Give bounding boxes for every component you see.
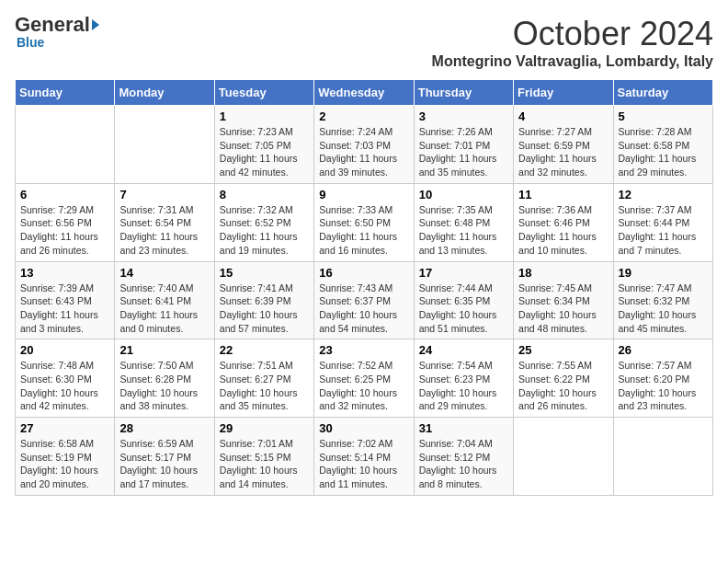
calendar-week-row: 13Sunrise: 7:39 AMSunset: 6:43 PMDayligh… [16, 261, 713, 339]
day-info: Sunrise: 7:57 AMSunset: 6:20 PMDaylight:… [619, 359, 708, 413]
calendar-cell: 30Sunrise: 7:02 AMSunset: 5:14 PMDayligh… [314, 418, 414, 496]
calendar-cell: 24Sunrise: 7:54 AMSunset: 6:23 PMDayligh… [414, 339, 513, 418]
day-info: Sunrise: 7:55 AMSunset: 6:22 PMDaylight:… [518, 359, 608, 413]
day-number: 8 [220, 188, 309, 201]
day-number: 2 [319, 109, 408, 123]
calendar-week-row: 6Sunrise: 7:29 AMSunset: 6:56 PMDaylight… [16, 183, 713, 261]
day-number: 27 [20, 421, 109, 435]
calendar-cell: 14Sunrise: 7:40 AMSunset: 6:41 PMDayligh… [115, 261, 214, 339]
calendar-cell: 17Sunrise: 7:44 AMSunset: 6:35 PMDayligh… [414, 261, 513, 339]
day-number: 21 [119, 343, 209, 357]
day-number: 4 [518, 109, 608, 123]
calendar-week-row: 1Sunrise: 7:23 AMSunset: 7:05 PMDaylight… [16, 106, 713, 184]
day-info: Sunrise: 7:24 AMSunset: 7:03 PMDaylight:… [319, 125, 408, 179]
logo-general: General [15, 15, 90, 35]
calendar-week-row: 20Sunrise: 7:48 AMSunset: 6:30 PMDayligh… [16, 339, 713, 418]
day-info: Sunrise: 7:04 AMSunset: 5:12 PMDaylight:… [419, 437, 508, 491]
day-number: 22 [220, 343, 309, 357]
weekday-header-cell: Thursday [414, 80, 513, 106]
calendar-cell: 27Sunrise: 6:58 AMSunset: 5:19 PMDayligh… [16, 418, 115, 496]
day-number: 25 [518, 343, 608, 357]
day-number: 1 [220, 109, 309, 123]
day-info: Sunrise: 7:44 AMSunset: 6:35 PMDaylight:… [419, 282, 508, 336]
calendar-cell: 23Sunrise: 7:52 AMSunset: 6:25 PMDayligh… [314, 339, 414, 418]
day-info: Sunrise: 7:48 AMSunset: 6:30 PMDaylight:… [20, 359, 109, 413]
day-info: Sunrise: 7:31 AMSunset: 6:54 PMDaylight:… [119, 203, 209, 258]
day-number: 24 [419, 343, 508, 357]
day-number: 16 [319, 266, 408, 280]
day-number: 28 [119, 421, 209, 435]
logo-blue-text: Blue [17, 35, 44, 50]
day-number: 9 [319, 188, 408, 201]
calendar-cell: 15Sunrise: 7:41 AMSunset: 6:39 PMDayligh… [214, 261, 313, 339]
day-info: Sunrise: 7:26 AMSunset: 7:01 PMDaylight:… [419, 125, 508, 179]
day-info: Sunrise: 7:35 AMSunset: 6:48 PMDaylight:… [419, 203, 508, 258]
calendar-cell: 7Sunrise: 7:31 AMSunset: 6:54 PMDaylight… [115, 183, 214, 261]
calendar-cell: 26Sunrise: 7:57 AMSunset: 6:20 PMDayligh… [613, 339, 712, 418]
calendar-cell: 21Sunrise: 7:50 AMSunset: 6:28 PMDayligh… [115, 339, 214, 418]
day-info: Sunrise: 7:37 AMSunset: 6:44 PMDaylight:… [619, 203, 708, 258]
calendar-body: 1Sunrise: 7:23 AMSunset: 7:05 PMDaylight… [16, 106, 713, 496]
calendar-cell: 31Sunrise: 7:04 AMSunset: 5:12 PMDayligh… [414, 418, 513, 496]
day-info: Sunrise: 7:40 AMSunset: 6:41 PMDaylight:… [119, 282, 209, 336]
weekday-header-cell: Sunday [16, 80, 115, 106]
calendar-cell: 22Sunrise: 7:51 AMSunset: 6:27 PMDayligh… [214, 339, 313, 418]
day-number: 5 [619, 109, 708, 123]
calendar-cell: 9Sunrise: 7:33 AMSunset: 6:50 PMDaylight… [314, 183, 414, 261]
day-info: Sunrise: 7:36 AMSunset: 6:46 PMDaylight:… [518, 203, 608, 258]
day-info: Sunrise: 7:32 AMSunset: 6:52 PMDaylight:… [220, 203, 309, 258]
day-info: Sunrise: 7:52 AMSunset: 6:25 PMDaylight:… [319, 359, 408, 413]
day-info: Sunrise: 7:23 AMSunset: 7:05 PMDaylight:… [220, 125, 309, 179]
calendar-cell: 8Sunrise: 7:32 AMSunset: 6:52 PMDaylight… [214, 183, 313, 261]
calendar-cell: 11Sunrise: 7:36 AMSunset: 6:46 PMDayligh… [514, 183, 613, 261]
day-number: 3 [419, 109, 508, 123]
calendar-cell: 20Sunrise: 7:48 AMSunset: 6:30 PMDayligh… [16, 339, 115, 418]
day-number: 12 [619, 188, 708, 201]
day-number: 31 [419, 421, 508, 435]
day-info: Sunrise: 7:39 AMSunset: 6:43 PMDaylight:… [20, 282, 109, 336]
weekday-header-cell: Saturday [613, 80, 712, 106]
calendar-cell: 28Sunrise: 6:59 AMSunset: 5:17 PMDayligh… [115, 418, 214, 496]
day-number: 19 [619, 266, 708, 280]
calendar-cell: 13Sunrise: 7:39 AMSunset: 6:43 PMDayligh… [16, 261, 115, 339]
day-number: 7 [119, 188, 209, 201]
calendar-cell: 16Sunrise: 7:43 AMSunset: 6:37 PMDayligh… [314, 261, 414, 339]
weekday-header-cell: Monday [115, 80, 214, 106]
day-number: 23 [319, 343, 408, 357]
calendar-cell [514, 418, 613, 496]
day-info: Sunrise: 6:58 AMSunset: 5:19 PMDaylight:… [20, 437, 109, 491]
page-header: General Blue October 2024 Montegrino Val… [15, 15, 713, 70]
logo-arrow-icon [92, 19, 99, 30]
day-info: Sunrise: 7:01 AMSunset: 5:15 PMDaylight:… [220, 437, 309, 491]
day-info: Sunrise: 7:33 AMSunset: 6:50 PMDaylight:… [319, 203, 408, 258]
day-number: 15 [220, 266, 309, 280]
day-number: 14 [119, 266, 209, 280]
calendar-week-row: 27Sunrise: 6:58 AMSunset: 5:19 PMDayligh… [16, 418, 713, 496]
day-number: 30 [319, 421, 408, 435]
day-number: 17 [419, 266, 508, 280]
location-title: Montegrino Valtravaglia, Lombardy, Italy [432, 53, 713, 70]
calendar-table: SundayMondayTuesdayWednesdayThursdayFrid… [15, 79, 713, 496]
calendar-cell: 3Sunrise: 7:26 AMSunset: 7:01 PMDaylight… [414, 106, 513, 184]
day-number: 20 [20, 343, 109, 357]
day-number: 13 [20, 266, 109, 280]
weekday-header-cell: Wednesday [314, 80, 414, 106]
day-info: Sunrise: 7:50 AMSunset: 6:28 PMDaylight:… [119, 359, 209, 413]
day-info: Sunrise: 7:02 AMSunset: 5:14 PMDaylight:… [319, 437, 408, 491]
day-number: 6 [20, 188, 109, 201]
day-info: Sunrise: 7:28 AMSunset: 6:58 PMDaylight:… [619, 125, 708, 179]
calendar-cell: 29Sunrise: 7:01 AMSunset: 5:15 PMDayligh… [214, 418, 313, 496]
weekday-header-cell: Friday [514, 80, 613, 106]
month-title: October 2024 [432, 15, 713, 53]
day-number: 11 [518, 188, 608, 201]
calendar-cell [613, 418, 712, 496]
calendar-cell: 25Sunrise: 7:55 AMSunset: 6:22 PMDayligh… [514, 339, 613, 418]
day-info: Sunrise: 7:27 AMSunset: 6:59 PMDaylight:… [518, 125, 608, 179]
calendar-cell: 2Sunrise: 7:24 AMSunset: 7:03 PMDaylight… [314, 106, 414, 184]
day-info: Sunrise: 7:51 AMSunset: 6:27 PMDaylight:… [220, 359, 309, 413]
day-info: Sunrise: 7:41 AMSunset: 6:39 PMDaylight:… [220, 282, 309, 336]
day-info: Sunrise: 7:45 AMSunset: 6:34 PMDaylight:… [518, 282, 608, 336]
calendar-cell: 10Sunrise: 7:35 AMSunset: 6:48 PMDayligh… [414, 183, 513, 261]
weekday-header-cell: Tuesday [214, 80, 313, 106]
title-block: October 2024 Montegrino Valtravaglia, Lo… [432, 15, 713, 70]
